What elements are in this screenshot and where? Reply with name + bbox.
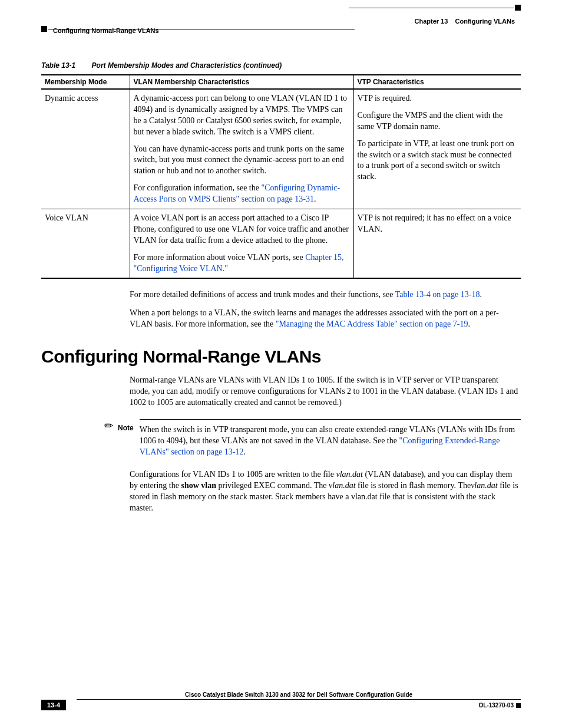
table-row: Voice VLAN A voice VLAN port is an acces…	[41, 209, 521, 279]
cell-para: You can have dynamic-access ports and tr…	[134, 144, 350, 177]
decor-line	[349, 8, 514, 8]
cell-para: For configuration information, see the "…	[134, 183, 350, 205]
cell-vtp: VTP is not required; it has no effect on…	[353, 209, 521, 279]
page-footer: Cisco Catalyst Blade Switch 3130 and 303…	[41, 691, 521, 710]
decor-line	[48, 29, 355, 29]
cell-para: A dynamic-access port can belong to one …	[134, 93, 350, 138]
th-vtp: VTP Characteristics	[353, 75, 521, 89]
after-table-text: For more detailed definitions of access …	[130, 289, 521, 330]
paragraph: Configurations for VLAN IDs 1 to 1005 ar…	[130, 469, 521, 514]
cell-para: A voice VLAN port is an access port atta…	[134, 213, 350, 246]
link-table-13-4[interactable]: Table 13-4 on page 13-18	[395, 290, 480, 299]
table-number: Table 13-1	[41, 61, 75, 70]
cell-para: Configure the VMPS and the client with t…	[358, 110, 518, 133]
note-body: When the switch is in VTP transparent mo…	[140, 419, 521, 458]
cell-para: For more information about voice VLAN po…	[134, 252, 350, 275]
paragraph: Normal-range VLANs are VLANs with VLAN I…	[130, 375, 521, 409]
table-row: Dynamic access A dynamic-access port can…	[41, 89, 521, 209]
decor-square	[41, 26, 47, 32]
cell-mode: Voice VLAN	[41, 209, 130, 279]
chapter-title: Configuring VLANs	[455, 18, 515, 25]
cell-para: VTP is required.	[358, 93, 518, 104]
section-intro: Normal-range VLANs are VLANs with VLAN I…	[130, 375, 521, 409]
doc-id: OL-13270-03	[479, 702, 521, 709]
cell-characteristics: A voice VLAN port is an access port atta…	[130, 209, 353, 279]
th-characteristics: VLAN Membership Characteristics	[130, 75, 353, 89]
header-right: Chapter 13 Configuring VLANs	[41, 18, 521, 25]
th-mode: Membership Mode	[41, 75, 130, 89]
page-number: 13-4	[41, 700, 66, 710]
decor-square	[516, 703, 521, 708]
note-label: Note	[118, 424, 134, 432]
table-header-row: Membership Mode VLAN Membership Characte…	[41, 75, 521, 89]
paragraph: When a port belongs to a VLAN, the switc…	[130, 308, 521, 330]
cell-vtp: VTP is required. Configure the VMPS and …	[353, 89, 521, 209]
section-heading: Configuring Normal-Range VLANs	[41, 347, 521, 367]
pencil-icon: ✎	[100, 419, 118, 432]
note-block: ✎ Note When the switch is in VTP transpa…	[100, 419, 521, 458]
table-title: Port Membership Modes and Characteristic…	[92, 61, 282, 70]
cell-para: To participate in VTP, at least one trun…	[358, 139, 518, 183]
paragraph: For more detailed definitions of access …	[130, 289, 521, 301]
cell-para: VTP is not required; it has no effect on…	[358, 213, 518, 235]
page-number-badge: 13-4	[41, 700, 70, 710]
link-mac-address-table[interactable]: "Managing the MAC Address Table" section…	[276, 319, 468, 328]
cell-mode: Dynamic access	[41, 89, 130, 209]
decor-square	[515, 5, 521, 11]
table-caption: Table 13-1 Port Membership Modes and Cha…	[41, 61, 521, 70]
membership-table: Membership Mode VLAN Membership Characte…	[41, 74, 521, 279]
chapter-label: Chapter 13	[414, 18, 448, 25]
cell-characteristics: A dynamic-access port can belong to one …	[130, 89, 353, 209]
footer-guide-title: Cisco Catalyst Blade Switch 3130 and 303…	[77, 691, 521, 700]
header-section-left: Configuring Normal-Range VLANs	[41, 27, 521, 34]
